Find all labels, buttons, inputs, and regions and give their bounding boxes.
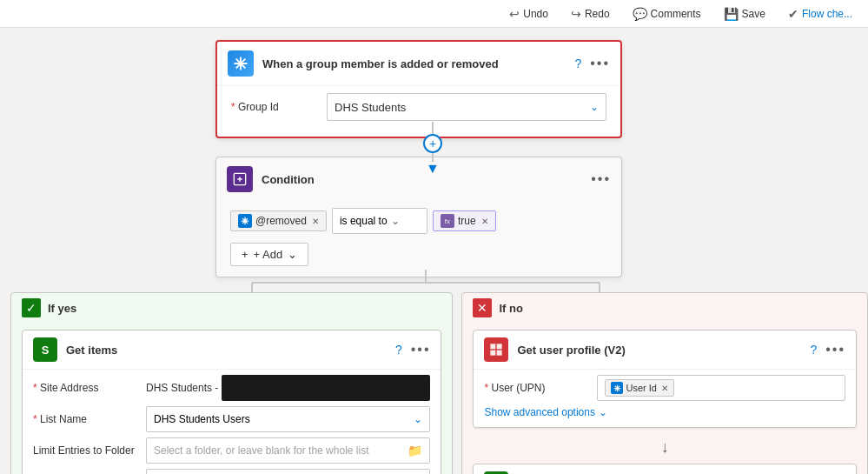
user-upn-label: User (UPN) [484,382,597,394]
add-chevron-icon: ⌄ [288,248,297,261]
show-advanced-no[interactable]: Show advanced options ⌄ [484,406,845,418]
toolbar: ↩ Undo ↪ Redo 💬 Comments 💾 Save ✔ Flow c… [0,0,868,28]
add-plus-icon: + [242,248,248,261]
limit-folder-select[interactable]: Select a folder, or leave blank for the … [146,437,430,464]
group-id-label: Group Id [231,101,327,113]
comments-label: Comments [651,8,701,20]
list-name-select[interactable]: DHS Students Users ⌄ [146,406,430,432]
get-items-more-icon[interactable]: ••• [411,342,431,357]
create-item-card: S Create item ? ••• Site Address DHS Stu… [473,464,857,474]
redo-label: Redo [585,8,610,20]
removed-tag-text: @removed [255,215,307,227]
get-user-card: Get user profile (V2) ? ••• User (UPN) [473,330,857,428]
trigger-body: Group Id DHS Students ⌄ [217,85,620,137]
nested-select[interactable]: Return entries contained in sub-folders … [146,469,430,474]
user-chip-icon [611,382,623,394]
limit-folder-placeholder: Select a folder, or leave blank for the … [154,444,368,457]
branch-no-header: ✕ If no [462,293,867,323]
user-upn-row: User (UPN) User Id ✕ [484,375,845,401]
get-items-help-icon[interactable]: ? [395,343,402,357]
get-items-card: S Get items ? ••• Site Address DHS Stude… [22,330,441,474]
svg-rect-8 [497,344,502,349]
trigger-actions: ? ••• [574,56,610,71]
get-user-body: User (UPN) User Id ✕ Show [474,369,856,427]
get-items-body: Site Address DHS Students - List Name DH… [23,369,441,474]
get-items-actions: ? ••• [395,342,431,357]
show-advanced-no-label: Show advanced options [484,406,594,418]
operator-text: is equal to [340,215,388,227]
site-address-black-value [222,375,430,401]
trigger-more-icon[interactable]: ••• [590,56,610,71]
show-advanced-no-chevron-icon: ⌄ [599,406,607,418]
trigger-title: When a group member is added or removed [262,57,574,70]
list-name-row: List Name DHS Students Users ⌄ [33,406,430,432]
user-chip-close-icon[interactable]: ✕ [661,384,668,393]
if-yes-check-icon: ✓ [22,298,41,317]
user-id-chip[interactable]: User Id ✕ [605,379,673,397]
get-items-icon: S [33,337,57,362]
user-chip-text: User Id [626,383,656,393]
condition-more-icon[interactable]: ••• [591,171,611,187]
folder-icon: 📁 [407,444,422,457]
get-items-title: Get items [66,344,395,357]
list-name-value: DHS Students Users [154,413,250,425]
get-items-header: S Get items ? ••• [23,330,441,369]
chip-fx-icon: fx [441,214,454,228]
get-user-more-icon[interactable]: ••• [825,342,845,357]
list-name-label: List Name [33,413,146,425]
branch-no-title: If no [499,302,522,315]
group-id-row: Group Id DHS Students ⌄ [231,93,606,121]
redo-icon: ↪ [571,7,581,21]
create-item-header: S Create item ? ••• [474,464,856,474]
branch-no: ✕ If no Get user profile (V2) [461,292,868,474]
trigger-header: When a group member is added or removed … [217,42,620,85]
flow-canvas: When a group member is added or removed … [0,28,868,474]
if-no-x-icon: ✕ [473,298,492,317]
trigger-card: When a group member is added or removed … [215,40,622,138]
down-arrow-no: ↓ [462,435,867,460]
user-upn-field[interactable]: User Id ✕ [597,375,845,401]
true-tag-text: true [458,215,476,227]
branch-container: ✓ If yes S Get items ? ••• Site Address [0,292,868,474]
branch-yes-title: If yes [48,302,76,315]
condition-actions: ••• [591,171,611,187]
save-button[interactable]: 💾 Save [719,3,771,24]
group-id-value: DHS Students [335,101,406,114]
comments-icon: 💬 [633,7,647,21]
undo-icon: ↩ [509,7,520,21]
list-name-chevron-icon: ⌄ [414,413,422,425]
group-id-chevron-icon: ⌄ [590,101,599,113]
nested-items-row: Include Nested Items Return entries cont… [33,469,430,474]
limit-folder-label: Limit Entries to Folder [33,444,146,457]
operator-select[interactable]: is equal to ⌄ [332,208,427,234]
comments-button[interactable]: 💬 Comments [627,3,706,24]
true-chip[interactable]: fx true ✕ [433,210,496,231]
get-user-icon [484,337,508,362]
operator-chevron-icon: ⌄ [391,215,400,227]
flow-check-button[interactable]: ✔ Flow che... [783,3,858,24]
condition-card: Condition ••• @removed ✕ is equal to ⌄ [215,157,622,277]
undo-button[interactable]: ↩ Undo [504,3,553,24]
flow-icon: ✔ [788,7,798,21]
get-user-help-icon[interactable]: ? [810,343,817,357]
add-step-button-1[interactable]: + [423,134,442,153]
save-icon: 💾 [724,7,739,21]
condition-body: @removed ✕ is equal to ⌄ fx true ✕ + + A… [216,201,621,277]
trigger-help-icon[interactable]: ? [574,57,581,70]
get-user-actions: ? ••• [810,342,845,357]
true-tag-close-icon[interactable]: ✕ [481,217,488,226]
removed-chip[interactable]: @removed ✕ [230,210,327,231]
group-id-select[interactable]: DHS Students ⌄ [327,93,606,121]
limit-folder-row: Limit Entries to Folder Select a folder,… [33,437,430,464]
site-address-field[interactable]: DHS Students - [146,375,430,401]
toolbar-actions: ↩ Undo ↪ Redo 💬 Comments 💾 Save ✔ Flow c… [504,3,858,24]
flow-check-label: Flow che... [802,8,852,20]
trigger-icon [228,50,254,77]
svg-rect-7 [491,344,496,349]
add-button[interactable]: + + Add ⌄ [230,243,308,266]
chip-snowflake-icon [238,214,252,228]
site-address-label: Site Address [33,382,146,394]
condition-header: Condition ••• [216,157,621,201]
redo-button[interactable]: ↪ Redo [566,3,615,24]
removed-tag-close-icon[interactable]: ✕ [312,217,319,226]
